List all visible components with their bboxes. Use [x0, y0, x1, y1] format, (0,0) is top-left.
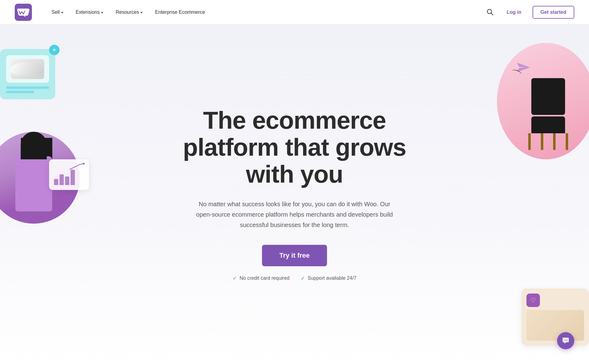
nav-enterprise[interactable]: Enterprise Ecommerce [150, 7, 210, 17]
trust-badges: ✓ No credit card required ✓ Support avai… [178, 275, 411, 282]
search-button[interactable] [484, 6, 496, 19]
add-product-icon[interactable]: + [49, 45, 60, 55]
card-line-1 [6, 86, 49, 89]
chair-circle-image: ⌒ [497, 43, 589, 159]
nav-actions: Log in Get started [484, 6, 574, 19]
extensions-chevron-icon [101, 12, 103, 13]
nav-links: Sell Extensions Resources Enterprise Eco… [47, 7, 484, 17]
shoe-image [11, 59, 44, 79]
product-image-right [526, 310, 584, 341]
nav-resources[interactable]: Resources [111, 7, 148, 17]
analytics-card [49, 159, 89, 190]
nav-sell[interactable]: Sell [47, 7, 68, 17]
hero-section: + [0, 0, 589, 364]
navbar: Sell Extensions Resources Enterprise Eco… [0, 0, 589, 25]
nav-extensions[interactable]: Extensions [71, 7, 108, 17]
check-icon-2: ✓ [301, 275, 305, 282]
bar-2 [60, 174, 64, 185]
svg-point-6 [565, 340, 566, 341]
curve-decoration: ⌒ [507, 66, 524, 86]
chair-image [531, 116, 568, 150]
product-card-left: + [0, 49, 55, 99]
try-free-button[interactable]: Try it free [262, 245, 327, 266]
logo[interactable] [15, 4, 32, 21]
bar-1 [54, 179, 58, 185]
bar-4 [71, 170, 75, 185]
product-card-right: ♡ [522, 289, 589, 346]
get-started-button[interactable]: Get started [533, 6, 574, 19]
svg-line-2 [491, 13, 493, 15]
chat-button[interactable] [557, 332, 574, 349]
svg-point-7 [567, 340, 568, 341]
hero-content: The ecommerce platform that grows with y… [178, 107, 411, 282]
badge-no-credit-card: ✓ No credit card required [233, 275, 290, 282]
svg-point-5 [564, 340, 565, 341]
hero-title: The ecommerce platform that grows with y… [178, 107, 411, 188]
resources-chevron-icon [140, 12, 143, 13]
login-button[interactable]: Log in [502, 7, 526, 17]
bar-3 [65, 176, 69, 185]
hero-subtitle: No matter what success looks like for yo… [190, 199, 399, 230]
svg-marker-3 [83, 163, 85, 165]
badge-support: ✓ Support available 24/7 [301, 275, 356, 282]
sell-chevron-icon [61, 12, 64, 13]
card-line-2 [6, 91, 34, 93]
heart-icon: ♡ [526, 294, 540, 307]
check-icon-1: ✓ [233, 275, 237, 282]
